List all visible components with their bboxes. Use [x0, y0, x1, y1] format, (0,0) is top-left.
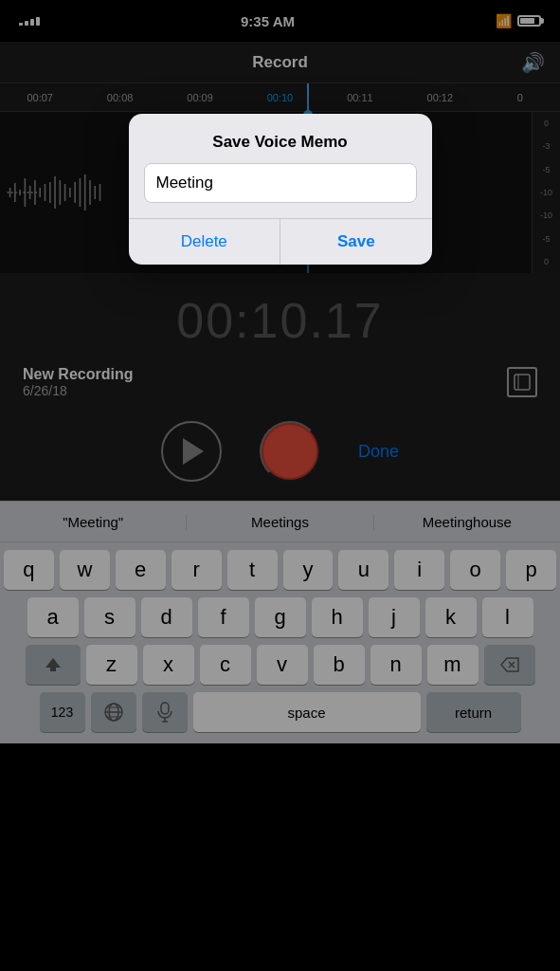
delete-button[interactable]: Delete — [129, 219, 280, 265]
memo-name-input[interactable] — [144, 163, 417, 203]
dialog-title: Save Voice Memo — [129, 114, 432, 163]
dialog-overlay: Save Voice Memo Delete Save — [0, 0, 560, 971]
save-button[interactable]: Save — [280, 219, 432, 265]
dialog-buttons: Delete Save — [129, 218, 432, 265]
save-dialog: Save Voice Memo Delete Save — [129, 114, 432, 265]
